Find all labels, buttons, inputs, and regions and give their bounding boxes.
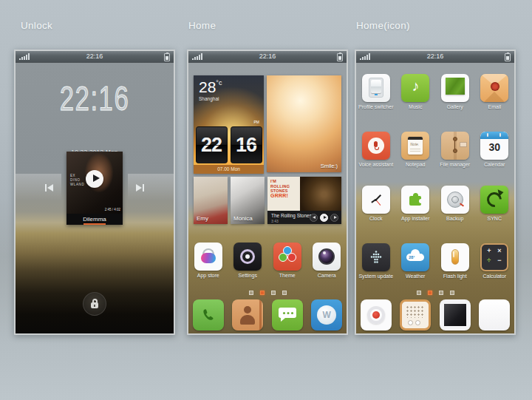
calculator-icon[interactable]: +× ÷− bbox=[480, 243, 508, 271]
voice-assistant-icon[interactable] bbox=[362, 132, 390, 160]
email-icon[interactable] bbox=[480, 74, 508, 102]
app-app-installer[interactable]: App installer bbox=[396, 186, 436, 222]
theme-icon[interactable] bbox=[273, 243, 301, 271]
file-manager-icon[interactable] bbox=[441, 132, 469, 160]
contact-widget-emy[interactable]: Emy bbox=[194, 177, 228, 224]
music-icon[interactable] bbox=[401, 74, 429, 102]
app-calculator[interactable]: +× ÷− Calculator bbox=[475, 243, 515, 279]
status-bar: 22:16 bbox=[16, 51, 174, 63]
album-art: EX DINO WLAND 2:45 / 4:02 bbox=[66, 152, 123, 214]
player-bar: The Rolling Stones 3:43 bbox=[267, 211, 341, 224]
app-row: Clock App installer Backup SYNC bbox=[356, 186, 514, 222]
page-dot-active bbox=[260, 291, 265, 295]
grid-board-icon[interactable] bbox=[400, 299, 431, 330]
page-dot bbox=[282, 291, 287, 295]
dock-recorder[interactable] bbox=[356, 299, 396, 330]
play-button[interactable] bbox=[320, 214, 328, 222]
app-row: App store Settings Theme Camera bbox=[188, 243, 347, 279]
next-track-button[interactable] bbox=[330, 214, 338, 222]
photo-caption: Smile:) bbox=[321, 163, 338, 169]
app-gallery[interactable]: Gallery bbox=[435, 74, 475, 110]
status-time: 22:16 bbox=[16, 52, 174, 60]
photo-frame-icon[interactable] bbox=[440, 299, 471, 330]
app-installer-icon[interactable] bbox=[401, 186, 429, 214]
weather-icon[interactable]: 28° bbox=[401, 243, 429, 271]
app-backup[interactable]: Backup bbox=[435, 186, 475, 222]
dock-phone[interactable] bbox=[188, 299, 228, 330]
gallery-icon[interactable] bbox=[441, 74, 469, 102]
app-flash-light[interactable]: Flash light bbox=[435, 243, 475, 279]
calendar-icon[interactable]: 30 bbox=[480, 132, 508, 160]
music-widget[interactable]: EX DINO WLAND 2:45 / 4:02 Dilemma bbox=[66, 152, 123, 225]
unlock-button[interactable] bbox=[83, 292, 106, 316]
dock: W bbox=[188, 299, 347, 330]
app-system-update[interactable]: System update bbox=[356, 243, 396, 279]
camera-icon[interactable] bbox=[313, 243, 341, 271]
lock-icon bbox=[91, 302, 98, 308]
blank-tile-icon[interactable] bbox=[479, 299, 510, 330]
battery-icon bbox=[505, 53, 511, 61]
track-title: Dilemma bbox=[66, 214, 123, 225]
contacts-icon[interactable] bbox=[232, 299, 263, 330]
photo-widget[interactable]: Smile:) bbox=[267, 75, 341, 172]
dock-messages[interactable] bbox=[267, 299, 307, 330]
phone-icon[interactable] bbox=[193, 299, 224, 330]
clock-icon[interactable] bbox=[362, 186, 390, 214]
recorder-icon[interactable] bbox=[361, 299, 392, 330]
dock-photo-frame[interactable] bbox=[435, 299, 475, 330]
settings-icon[interactable] bbox=[233, 243, 262, 271]
album-art-text: EX DINO WLAND bbox=[70, 174, 84, 187]
browser-icon[interactable]: W bbox=[311, 299, 342, 330]
next-track-icon[interactable] bbox=[136, 181, 144, 194]
page-dot-active bbox=[428, 291, 432, 295]
music-player-widget[interactable]: I'M ROLLING STONES GRRR! The Rolling Sto… bbox=[267, 177, 341, 224]
album-cover-text: I'M ROLLING STONES GRRR! bbox=[270, 179, 290, 198]
status-time: 22:16 bbox=[356, 52, 514, 60]
app-file-manager[interactable]: File manager bbox=[435, 132, 475, 168]
play-icon[interactable] bbox=[86, 170, 103, 188]
app-clock[interactable]: Clock bbox=[356, 186, 396, 222]
status-bar: 22:16 bbox=[356, 51, 514, 63]
page-dot bbox=[417, 291, 421, 295]
app-app-store[interactable]: App store bbox=[188, 243, 228, 279]
app-music[interactable]: Music bbox=[396, 74, 436, 110]
profile-switcher-icon[interactable] bbox=[362, 74, 390, 102]
app-voice-assistant[interactable]: Voice assistant bbox=[356, 132, 396, 168]
app-email[interactable]: Email bbox=[475, 74, 515, 110]
home-icon-preview: 22:16 Profile switcher Music Gallery Ema… bbox=[355, 50, 516, 335]
dock-browser[interactable]: W bbox=[307, 299, 347, 330]
flashlight-icon[interactable] bbox=[441, 243, 469, 271]
app-weather[interactable]: 28° Weather bbox=[396, 243, 436, 279]
battery-icon bbox=[337, 53, 343, 61]
app-settings[interactable]: Settings bbox=[228, 243, 268, 279]
app-sync[interactable]: SYNC bbox=[475, 186, 515, 222]
previous-track-icon[interactable] bbox=[45, 181, 53, 194]
weather-temperature: 28°c Shanghai bbox=[199, 79, 222, 101]
section-title-unlock: Unlock bbox=[21, 20, 52, 31]
dock-grid-board[interactable] bbox=[396, 299, 436, 330]
flip-minutes: 16 bbox=[231, 126, 262, 163]
track-time: 3:43 bbox=[271, 219, 279, 223]
sync-icon[interactable] bbox=[480, 186, 508, 214]
contact-widget-monica[interactable]: Monica bbox=[231, 177, 265, 224]
weather-clock-widget[interactable]: 28°c Shanghai PM 22 16 07.00 Mon bbox=[194, 75, 264, 174]
lockscreen-preview: 22:16 22:16 10.22.2012 Mon EX DINO WLAND… bbox=[14, 50, 175, 335]
dock-blank[interactable] bbox=[475, 299, 515, 330]
app-camera[interactable]: Camera bbox=[307, 243, 347, 279]
messages-icon[interactable] bbox=[272, 299, 303, 330]
backup-icon[interactable] bbox=[441, 186, 469, 214]
dock-contacts[interactable] bbox=[228, 299, 268, 330]
flip-hours: 22 bbox=[196, 126, 228, 163]
system-update-icon[interactable] bbox=[362, 243, 390, 271]
flip-clock-ampm: PM bbox=[254, 120, 260, 124]
app-profile-switcher[interactable]: Profile switcher bbox=[356, 74, 396, 110]
app-calendar[interactable]: 30 Calendar bbox=[475, 132, 515, 168]
dock bbox=[356, 299, 514, 330]
app-notepad[interactable]: Note. Notepad bbox=[396, 132, 436, 168]
notepad-icon[interactable]: Note. bbox=[401, 132, 429, 160]
app-theme[interactable]: Theme bbox=[267, 243, 307, 279]
section-title-home: Home bbox=[188, 20, 216, 31]
previous-track-button[interactable] bbox=[310, 214, 318, 222]
app-store-icon[interactable] bbox=[194, 243, 222, 271]
app-row: Profile switcher Music Gallery Email bbox=[356, 74, 514, 110]
